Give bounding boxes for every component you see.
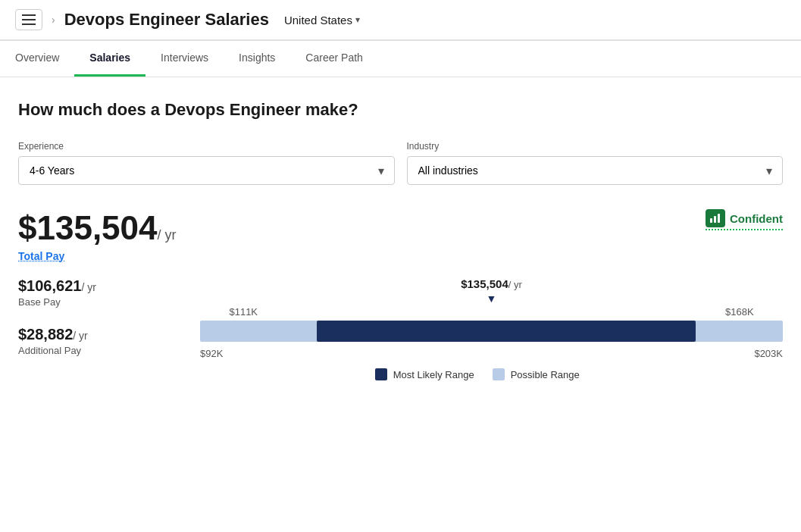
nav-tabs: Overview Salaries Interviews Insights Ca…	[0, 41, 801, 77]
chart-min-label: $92K	[200, 348, 223, 359]
base-pay-value: $106,621/ yr	[18, 277, 170, 295]
experience-select[interactable]: Less than 1 Year 1-3 Years 4-6 Years 7-9…	[18, 156, 395, 185]
total-pay-suffix: / yr	[158, 227, 177, 243]
confident-badge[interactable]: Confident	[706, 209, 783, 230]
median-suffix: / yr	[508, 279, 522, 290]
chart-max-label: $203K	[754, 348, 783, 359]
median-arrow-icon: ▼	[200, 293, 783, 305]
tab-insights[interactable]: Insights	[224, 41, 290, 77]
breadcrumb-arrow: ›	[52, 14, 55, 26]
chart-range-labels: $111K $168K	[200, 306, 783, 318]
confident-label: Confident	[730, 212, 783, 225]
page-header: › Devops Engineer Salaries United States…	[0, 0, 801, 40]
section-title: How much does a Devops Engineer make?	[18, 100, 783, 120]
additional-pay-item: $28,882/ yr Additional Pay	[18, 326, 170, 356]
confident-icon	[706, 209, 725, 227]
svg-rect-1	[714, 216, 716, 223]
chart-legend: Most Likely Range Possible Range	[200, 368, 783, 380]
base-pay-label: Base Pay	[18, 296, 170, 308]
median-label-row: $135,504/ yr	[200, 277, 783, 291]
legend-likely-label: Most Likely Range	[393, 369, 474, 380]
chevron-down-icon: ▾	[355, 14, 360, 25]
svg-rect-0	[710, 218, 712, 223]
total-salary-value: $135,504/ yr	[18, 209, 177, 247]
legend-likely: Most Likely Range	[375, 368, 474, 380]
legend-likely-box	[375, 368, 387, 380]
total-pay-block: $135,504/ yr Total Pay	[18, 209, 177, 262]
additional-pay-value: $28,882/ yr	[18, 326, 170, 343]
legend-possible: Possible Range	[493, 368, 580, 380]
location-label: United States	[284, 14, 352, 27]
location-selector[interactable]: United States ▾	[284, 14, 360, 27]
pay-details: $106,621/ yr Base Pay $28,882/ yr Additi…	[18, 277, 783, 380]
industry-select[interactable]: All industries Technology Finance Health…	[407, 156, 784, 185]
tab-overview[interactable]: Overview	[15, 41, 74, 77]
base-pay-item: $106,621/ yr Base Pay	[18, 277, 170, 308]
experience-filter: Experience Less than 1 Year 1-3 Years 4-…	[18, 141, 395, 185]
tab-career-path[interactable]: Career Path	[290, 41, 377, 77]
svg-rect-2	[718, 214, 720, 223]
bar-likely	[317, 321, 696, 342]
range-low-label: $111K	[229, 306, 258, 318]
additional-pay-suffix: / yr	[73, 330, 87, 342]
range-high-label: $168K	[725, 306, 754, 318]
salary-section: $135,504/ yr Total Pay Confident	[18, 209, 783, 262]
total-pay-label[interactable]: Total Pay	[18, 250, 177, 262]
experience-label: Experience	[18, 141, 395, 152]
pay-left: $106,621/ yr Base Pay $28,882/ yr Additi…	[18, 277, 170, 374]
filters-row: Experience Less than 1 Year 1-3 Years 4-…	[18, 141, 783, 185]
page-title: Devops Engineer Salaries	[64, 10, 269, 30]
chart-bar-container	[200, 321, 783, 342]
industry-filter: Industry All industries Technology Finan…	[407, 141, 784, 185]
pay-chart-area: $135,504/ yr ▼ $111K $168K $92K $203K	[200, 277, 783, 380]
tab-salaries[interactable]: Salaries	[74, 41, 145, 77]
main-content: How much does a Devops Engineer make? Ex…	[0, 77, 801, 418]
additional-pay-label: Additional Pay	[18, 345, 170, 356]
chart-min-max: $92K $203K	[200, 348, 783, 359]
legend-possible-box	[493, 368, 505, 380]
legend-possible-label: Possible Range	[511, 369, 580, 380]
industry-label: Industry	[407, 141, 784, 152]
experience-select-wrapper: Less than 1 Year 1-3 Years 4-6 Years 7-9…	[18, 156, 395, 185]
tab-interviews[interactable]: Interviews	[145, 41, 224, 77]
median-value: $135,504/ yr	[461, 277, 522, 290]
industry-select-wrapper: All industries Technology Finance Health…	[407, 156, 784, 185]
base-pay-suffix: / yr	[81, 281, 95, 293]
menu-button[interactable]	[15, 9, 42, 30]
